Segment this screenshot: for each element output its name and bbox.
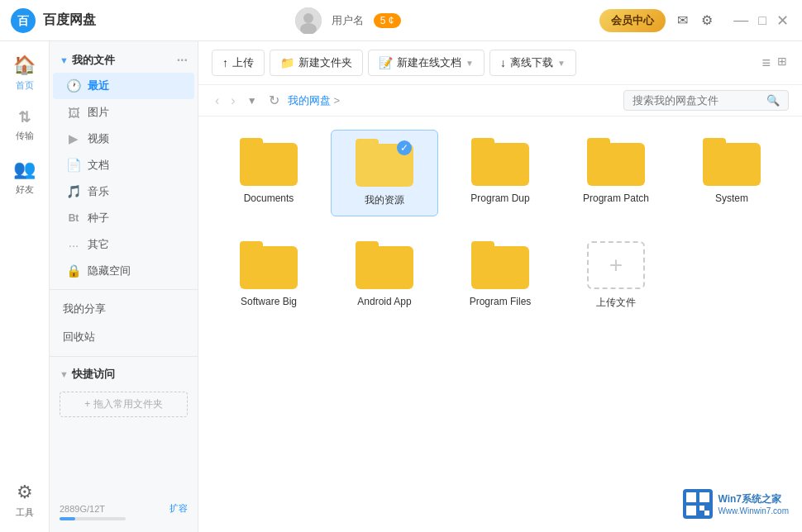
main-layout: 🏠 首页 ⇅ 传输 👥 好友 ⚙ 工具 ▼ 我的文件 ··· 🕐 最近 xyxy=(0,41,802,532)
sidebar-item-transfer[interactable]: ⇅ 传输 xyxy=(3,102,46,149)
sidebar-item-my-share[interactable]: 我的分享 xyxy=(50,295,198,323)
list-item[interactable]: Documents xyxy=(215,130,322,216)
sidebar-item-friends[interactable]: 👥 好友 xyxy=(3,152,46,202)
offline-download-button[interactable]: ↓ 离线下载 ▼ xyxy=(489,50,576,76)
folder-icon-wrap xyxy=(240,241,298,289)
sidebar-item-bt[interactable]: Bt 种子 xyxy=(53,205,194,231)
storage-bar-wrapper xyxy=(60,517,126,520)
list-item[interactable]: Program Dup xyxy=(446,130,554,216)
list-item[interactable]: Program Files xyxy=(446,233,554,318)
svg-point-3 xyxy=(303,13,313,23)
arrow-down-icon: ▼ xyxy=(60,55,69,65)
my-share-label: 我的分享 xyxy=(63,302,106,315)
list-item[interactable]: ✓ 我的资源 xyxy=(331,130,438,216)
new-folder-button[interactable]: 📁 新建文件夹 xyxy=(270,50,363,76)
sidebar-item-photos[interactable]: 🖼 图片 xyxy=(53,99,194,126)
settings-icon[interactable]: ⚙ xyxy=(699,12,715,29)
docs-icon: 📄 xyxy=(66,158,81,173)
breadcrumb-root[interactable]: 我的网盘 xyxy=(288,93,331,108)
breadcrumb: 我的网盘 > xyxy=(288,93,618,108)
sidebar-item-recycle[interactable]: 回收站 xyxy=(50,323,198,351)
sidebar-item-home[interactable]: 🏠 首页 xyxy=(3,48,46,98)
sidebar-item-music[interactable]: 🎵 音乐 xyxy=(53,178,194,205)
other-icon: ··· xyxy=(66,238,81,252)
my-files-label[interactable]: 我的文件 xyxy=(72,53,115,68)
dropdown-button[interactable]: ▼ xyxy=(244,93,260,108)
sidebar-item-bt-label: 种子 xyxy=(88,211,109,226)
file-grid: Documents ✓ 我的资源 Program Dup xyxy=(198,116,802,532)
sidebar-item-tools[interactable]: ⚙ 工具 xyxy=(3,475,46,525)
refresh-button[interactable]: ↻ xyxy=(265,91,283,110)
forward-button[interactable]: › xyxy=(227,92,238,110)
far-nav: 🏠 首页 ⇅ 传输 👥 好友 ⚙ 工具 xyxy=(0,41,50,532)
content-area: ↑ 上传 📁 新建文件夹 📝 新建在线文档 ▼ ↓ 离线下载 ▼ ≡ ⊞ xyxy=(198,41,802,532)
sidebar-item-docs[interactable]: 📄 文档 xyxy=(53,152,194,178)
folder-icon-wrap xyxy=(356,241,413,289)
close-button[interactable]: ✕ xyxy=(773,12,792,30)
upload-icon: ↑ xyxy=(222,56,228,69)
window-controls: — □ ✕ xyxy=(730,12,792,30)
search-icon[interactable]: 🔍 xyxy=(766,94,780,107)
upload-button[interactable]: ↑ 上传 xyxy=(212,50,265,76)
folder-icon-wrap: ✓ xyxy=(356,139,413,187)
sidebar-item-other[interactable]: ··· 其它 xyxy=(53,231,194,258)
photos-icon: 🖼 xyxy=(66,106,81,120)
my-files-section: ▼ 我的文件 ··· xyxy=(50,48,198,73)
file-name: 我的资源 xyxy=(365,193,404,207)
titlebar-right: 会员中心 ✉ ⚙ — □ ✕ xyxy=(599,9,792,32)
avatar-icon xyxy=(295,7,322,34)
folder-icon-wrap xyxy=(587,138,645,186)
list-item[interactable]: Android App xyxy=(331,233,438,318)
coins-badge: 5 ¢ xyxy=(374,13,401,28)
search-input[interactable] xyxy=(633,94,761,107)
quick-access-label: 快捷访问 xyxy=(72,367,115,382)
far-nav-label-transfer: 传输 xyxy=(16,130,34,142)
storage-bar xyxy=(60,517,75,520)
download-icon: ↓ xyxy=(500,56,506,69)
videos-icon: ▶ xyxy=(66,131,81,146)
upload-label: 上传文件 xyxy=(596,296,636,310)
vip-button[interactable]: 会员中心 xyxy=(599,9,666,32)
maximize-button[interactable]: □ xyxy=(755,12,770,30)
bt-icon: Bt xyxy=(66,212,81,224)
folder-body xyxy=(356,246,413,289)
divider-2 xyxy=(50,356,198,357)
svg-rect-9 xyxy=(699,506,704,511)
view-controls: ≡ ⊞ xyxy=(760,53,789,74)
list-item[interactable]: Program Patch xyxy=(562,130,670,216)
titlebar: 百 百度网盘 用户名 5 ¢ 会员中心 ✉ ⚙ — □ ✕ xyxy=(0,0,802,41)
back-button[interactable]: ‹ xyxy=(212,92,222,110)
titlebar-center: 用户名 5 ¢ xyxy=(96,7,599,34)
expand-link[interactable]: 扩容 xyxy=(169,502,188,515)
new-online-doc-button[interactable]: 📝 新建在线文档 ▼ xyxy=(368,50,485,76)
svg-rect-10 xyxy=(704,511,709,515)
list-item[interactable]: System xyxy=(678,130,785,216)
watermark-logo-icon xyxy=(683,489,713,519)
folder-icon-wrap xyxy=(471,138,529,186)
mail-icon[interactable]: ✉ xyxy=(674,12,690,29)
grid-view-icon[interactable]: ⊞ xyxy=(776,53,789,74)
add-folder-area: + 拖入常用文件夹 xyxy=(50,387,198,422)
sidebar-item-other-label: 其它 xyxy=(88,237,109,252)
minimize-button[interactable]: — xyxy=(730,12,752,30)
offline-download-label: 离线下载 xyxy=(510,55,553,70)
transfer-icon: ⇅ xyxy=(18,108,31,126)
new-folder-icon: 📁 xyxy=(280,56,294,69)
folder-icon-wrap xyxy=(240,138,298,186)
app-title: 百度网盘 xyxy=(43,12,96,29)
list-item[interactable]: Software Big xyxy=(215,233,322,318)
upload-placeholder-item[interactable]: + 上传文件 xyxy=(562,233,670,318)
toolbar: ↑ 上传 📁 新建文件夹 📝 新建在线文档 ▼ ↓ 离线下载 ▼ ≡ ⊞ xyxy=(198,41,802,85)
svg-text:百: 百 xyxy=(17,14,30,27)
sidebar-item-videos[interactable]: ▶ 视频 xyxy=(53,126,194,152)
download-dropdown-icon: ▼ xyxy=(557,59,566,68)
sidebar-item-recent[interactable]: 🕐 最近 xyxy=(53,73,194,99)
sidebar-item-music-label: 音乐 xyxy=(88,184,109,199)
avatar xyxy=(295,7,322,34)
list-view-icon[interactable]: ≡ xyxy=(760,53,772,74)
sidebar-item-hidden[interactable]: 🔒 隐藏空间 xyxy=(53,258,194,284)
add-folder-button[interactable]: + 拖入常用文件夹 xyxy=(60,392,188,417)
more-options-icon[interactable]: ··· xyxy=(177,53,188,68)
far-nav-label-friends: 好友 xyxy=(16,183,34,196)
svg-rect-6 xyxy=(686,492,696,502)
